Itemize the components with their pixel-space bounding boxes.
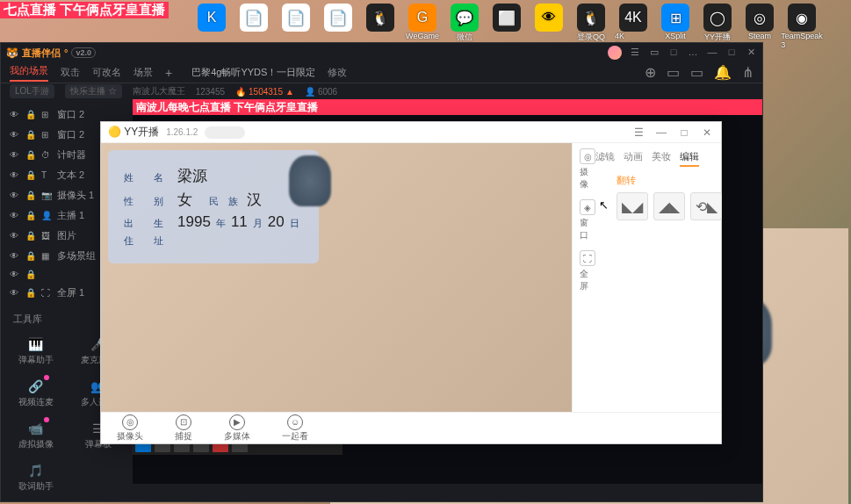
eye-icon[interactable]: 👁 [10,130,20,140]
bottom-label: 捕捉 [175,430,192,443]
lock-icon[interactable]: 🔒 [25,170,36,180]
app-icon: 🐧 [577,4,605,32]
tab-1[interactable]: 双击 [61,66,80,79]
tab-2[interactable]: 可改名 [92,66,121,79]
eye-icon[interactable]: 👁 [10,251,20,261]
eye-icon[interactable]: 👁 [10,170,20,180]
yy-tab-美妆[interactable]: 美妆 [652,148,671,167]
type-icon: ⏱ [41,150,52,160]
flip-button[interactable]: ◣◢ [617,192,648,220]
titlebar-ic2[interactable]: □ [667,46,680,58]
sub-edit[interactable]: 修改 [328,66,347,79]
stat-id: 123455 [196,87,225,97]
bottom-label: 一起看 [282,430,308,443]
inner-marquee: 南波儿每晚七点直播 下午俩点牙皇直播 [133,99,762,115]
share-icon[interactable]: ⋔ [742,64,754,81]
yy-bottom-捕捉[interactable]: ⊡捕捉 [175,414,192,443]
titlebar-menu-icon[interactable]: ☰ [629,46,641,58]
icon-label: Steam [748,32,771,40]
titlebar-ic1[interactable]: ▭ [648,46,660,58]
eye-icon[interactable]: 👁 [10,211,20,220]
lock-icon[interactable]: 🔒 [25,231,36,241]
tool-虚拟摄像[interactable]: 📹虚拟摄像 [4,414,67,456]
lock-icon[interactable]: 🔒 [25,110,36,119]
yy-tab-滤镜[interactable]: 滤镜 [595,148,615,167]
eye-icon[interactable]: 👁 [10,231,20,241]
lock-icon[interactable]: 🔒 [25,211,36,220]
yy-menu-icon[interactable]: ☰ [631,126,645,140]
crumb-2: 南波儿大魔王 [133,85,185,97]
bottom-label: 摄像头 [117,430,143,443]
yy-bottom-bar: ◎摄像头⊡捕捉▶多媒体☺一起看 [101,412,721,443]
tool-label: 歌词助手 [18,480,54,493]
scene-tabs: 我的场景 双击 可改名 场景 + 巴黎4g畅听YYDS！一日限定 修改 ⊕ ▭ … [1,62,762,83]
app-icon: 🐧 [366,4,394,32]
maximize-icon[interactable]: □ [725,46,738,58]
yy-side-窗口[interactable]: ◈窗口 [580,199,595,241]
add-scene-button[interactable]: + [165,66,172,80]
toolbar-ic2[interactable]: ▭ [690,64,703,81]
yy-side-全屏[interactable]: ⛶全屏 [580,250,595,292]
tool-icon: 🔗 [26,377,46,396]
yy-tab-编辑[interactable]: 编辑 [680,148,699,167]
tool-视频连麦[interactable]: 🔗视频连麦 [4,371,67,414]
app-icon: 📄 [324,4,352,32]
tab-3[interactable]: 场景 [133,66,153,79]
tool-icon: 🎵 [26,461,46,480]
app-icon: ⊞ [661,4,689,32]
source-label: 全屏 1 [57,286,84,299]
close-icon[interactable]: ✕ [745,46,757,58]
yy-tab-动画[interactable]: 动画 [624,148,643,167]
side-label: 摄像 [580,166,595,191]
yy-panel-tabs: 滤镜动画美妆编辑 [595,148,722,167]
eye-icon[interactable]: 👁 [10,288,20,298]
tool-icon: 🎹 [26,335,46,354]
id-portrait-small [289,155,331,206]
lock-icon[interactable]: 🔒 [25,251,36,261]
bottom-icon: ▶ [229,414,245,430]
lock-icon[interactable]: 🔒 [25,150,36,160]
bottom-icon: ⊡ [176,414,191,430]
bottom-icon: ◎ [122,414,138,430]
titlebar-more-icon[interactable]: … [687,46,699,58]
side-icon: ◈ [580,199,595,215]
minimize-icon[interactable]: — [706,46,718,58]
yy-maximize-icon[interactable]: □ [677,126,691,140]
yy-minimize-icon[interactable]: — [654,126,668,140]
lock-icon[interactable]: 🔒 [25,191,36,200]
yy-titlebar: 🟡 YY开播 1.26.1.2 ☰ — □ ✕ [101,122,721,143]
yy-window: 🟡 YY开播 1.26.1.2 ☰ — □ ✕ 姓 名梁源 性 别女 民 族汉 … [100,121,722,444]
lock-icon[interactable]: 🔒 [25,270,36,279]
flip-button[interactable]: ◢◣ [653,192,685,220]
source-label: 图片 [57,229,76,242]
eye-icon[interactable]: 👁 [10,110,20,119]
app-icon: 📄 [240,4,268,32]
tab-my-scene[interactable]: 我的场景 [10,64,48,82]
id-card-small: 姓 名梁源 性 别女 民 族汉 出 生1995年11月20日 住 址 [108,150,319,263]
people-icon: 👤 6006 [305,87,337,97]
crumb-1[interactable]: 快乐主播 ☆ [65,84,122,98]
crumb-0[interactable]: LOL手游 [10,84,54,98]
lock-icon[interactable]: 🔒 [25,130,36,140]
toolbar-add-icon[interactable]: ⊕ [645,64,656,81]
yy-bottom-一起看[interactable]: ☺一起看 [282,414,308,443]
app-icon: G [408,4,436,32]
yy-side-摄像[interactable]: ◎摄像 [580,148,595,191]
user-avatar[interactable] [608,46,622,60]
tool-歌词助手[interactable]: 🎵歌词助手 [4,456,67,498]
side-icon: ⛶ [580,250,595,266]
lock-icon[interactable]: 🔒 [25,288,36,298]
eye-icon[interactable]: 👁 [10,150,20,160]
bell-icon[interactable]: 🔔 [714,64,732,81]
yy-bottom-摄像头[interactable]: ◎摄像头 [117,414,143,443]
toolbar-ic1[interactable]: ▭ [667,64,680,81]
eye-icon[interactable]: 👁 [10,270,20,279]
yy-bottom-多媒体[interactable]: ▶多媒体 [224,414,250,443]
tool-弹幕助手[interactable]: 🎹弹幕助手 [4,329,67,371]
type-icon: ⊞ [41,130,52,140]
eye-icon[interactable]: 👁 [10,191,20,200]
desktop-icon[interactable]: ◉TeamSpeak 3 [783,4,820,49]
flip-button[interactable]: ⟲◣ [690,192,722,220]
yy-edit-panel: ◎摄像◈窗口⛶全屏 滤镜动画美妆编辑 翻转 ◣◢◢◣⟲◣ [572,143,721,412]
yy-close-icon[interactable]: ✕ [700,126,714,140]
